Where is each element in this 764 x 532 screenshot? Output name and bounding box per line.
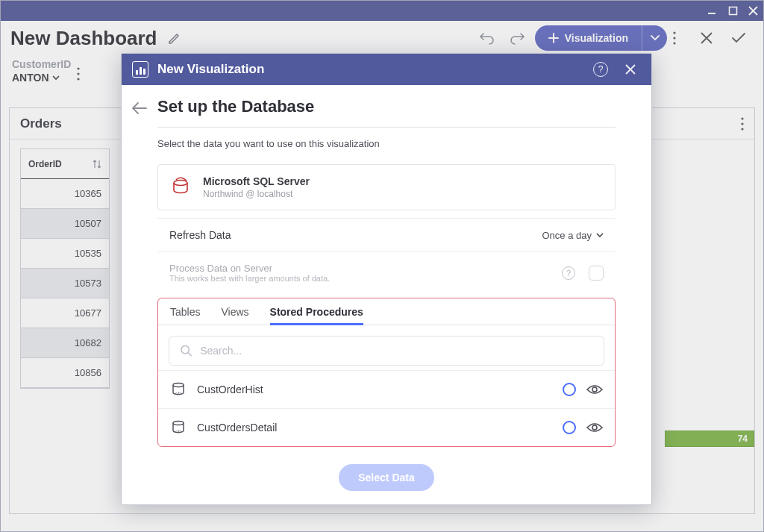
table-row[interactable]: 10573 <box>21 269 109 298</box>
modal-close-button[interactable] <box>620 59 641 80</box>
refresh-value-dropdown[interactable]: Once a day <box>542 230 604 241</box>
svg-point-8 <box>741 117 743 119</box>
svg-point-12 <box>181 345 189 353</box>
green-bar-value: 74 <box>665 431 754 447</box>
process-checkbox[interactable] <box>589 266 604 281</box>
orders-column-header[interactable]: OrderID <box>21 149 109 179</box>
table-row[interactable]: 10682 <box>21 328 109 358</box>
sql-server-icon <box>170 177 191 198</box>
process-on-server-row: Process Data on Server This works best w… <box>157 251 616 293</box>
preview-icon[interactable] <box>586 384 603 395</box>
table-row[interactable]: 10365 <box>21 179 109 209</box>
search-input[interactable] <box>200 345 593 357</box>
sort-icon <box>93 159 101 169</box>
add-visualization-label: Visualization <box>565 32 628 44</box>
svg-point-15 <box>592 387 597 392</box>
stored-procedure-row[interactable]: </> CustOrderHist <box>158 370 615 408</box>
orders-card-title: Orders <box>20 116 62 131</box>
back-button[interactable] <box>131 101 147 115</box>
table-row[interactable]: 10535 <box>21 239 109 269</box>
new-visualization-modal: New Visualization ? Set up the Database … <box>121 53 652 505</box>
search-icon <box>180 344 192 357</box>
svg-text:</>: </> <box>175 391 182 396</box>
database-icon: </> <box>170 419 187 436</box>
svg-point-13 <box>173 384 184 387</box>
cancel-icon[interactable] <box>700 31 725 45</box>
svg-point-9 <box>741 122 743 125</box>
data-objects-panel: TablesViewsStored Procedures </> CustOrd… <box>157 298 616 447</box>
undo-icon[interactable] <box>475 26 499 50</box>
svg-point-3 <box>673 37 675 39</box>
divider <box>157 127 616 128</box>
svg-point-16 <box>173 422 184 425</box>
stored-procedure-list: </> CustOrderHist </> CustOrdersDetail <box>158 370 615 446</box>
filter-field-label: CustomerID <box>12 58 71 70</box>
table-row[interactable]: 10677 <box>21 298 109 328</box>
stored-procedure-name: CustOrdersDetail <box>197 422 552 434</box>
svg-rect-0 <box>708 13 716 14</box>
svg-rect-1 <box>730 7 737 14</box>
chart-icon <box>132 61 148 78</box>
table-row[interactable]: 10507 <box>21 209 109 239</box>
filter-overflow-icon[interactable] <box>77 67 98 81</box>
tab-views[interactable]: Views <box>221 306 248 325</box>
refresh-data-row[interactable]: Refresh Data Once a day <box>157 218 616 251</box>
confirm-icon[interactable] <box>731 32 757 44</box>
modal-title: Set up the Database <box>157 97 616 116</box>
datasource-name: Microsoft SQL Server <box>203 175 310 187</box>
select-radio[interactable] <box>563 383 576 396</box>
tabs: TablesViewsStored Procedures <box>158 298 615 325</box>
svg-point-11 <box>174 181 187 186</box>
toolbar-overflow-icon[interactable] <box>673 31 694 45</box>
process-help-icon[interactable]: ? <box>562 266 575 280</box>
app-title-bar <box>0 0 764 21</box>
svg-point-10 <box>741 128 743 130</box>
window-close-icon[interactable] <box>748 6 758 16</box>
modal-subtitle: Select the data you want to use on this … <box>157 138 616 149</box>
app-toolbar: New Dashboard Visualization <box>0 21 764 55</box>
redo-icon[interactable] <box>505 26 529 50</box>
chevron-down-icon <box>596 233 604 238</box>
modal-header: New Visualization ? <box>122 54 651 85</box>
orders-table: OrderID 10365105071053510573106771068210… <box>20 148 110 389</box>
process-subtitle: This works best with larger amounts of d… <box>169 274 330 283</box>
svg-point-5 <box>78 67 80 69</box>
orders-card-overflow-icon[interactable] <box>741 117 744 131</box>
process-title: Process Data on Server <box>169 263 330 274</box>
svg-point-2 <box>673 31 675 34</box>
edit-title-icon[interactable] <box>168 31 181 45</box>
select-radio[interactable] <box>563 421 576 434</box>
svg-point-6 <box>78 72 80 75</box>
tab-tables[interactable]: Tables <box>170 306 200 325</box>
plus-icon <box>548 33 559 43</box>
datasource-card[interactable]: Microsoft SQL Server Northwind @ localho… <box>157 164 616 210</box>
filter-value-dropdown[interactable]: ANTON <box>12 72 71 84</box>
database-icon: </> <box>170 381 187 398</box>
modal-header-title: New Visualization <box>157 62 264 77</box>
modal-footer: Select Data <box>122 454 651 504</box>
svg-text:</>: </> <box>175 429 182 434</box>
svg-point-4 <box>673 42 675 44</box>
preview-icon[interactable] <box>586 422 603 434</box>
datasource-detail: Northwind @ localhost <box>203 189 310 199</box>
search-field[interactable] <box>169 336 604 366</box>
svg-point-18 <box>592 425 597 430</box>
maximize-icon[interactable] <box>728 6 738 16</box>
minimize-icon[interactable] <box>707 5 718 16</box>
table-row[interactable]: 10856 <box>21 358 109 388</box>
select-data-button[interactable]: Select Data <box>339 464 433 491</box>
stored-procedure-row[interactable]: </> CustOrdersDetail <box>158 408 615 446</box>
add-visualization-dropdown[interactable] <box>642 25 667 51</box>
refresh-label: Refresh Data <box>169 229 231 241</box>
modal-help-button[interactable]: ? <box>590 59 611 80</box>
stored-procedure-name: CustOrderHist <box>197 384 552 395</box>
add-visualization-button[interactable]: Visualization <box>535 25 667 51</box>
dashboard-title: New Dashboard <box>10 27 157 50</box>
svg-point-7 <box>78 78 80 80</box>
